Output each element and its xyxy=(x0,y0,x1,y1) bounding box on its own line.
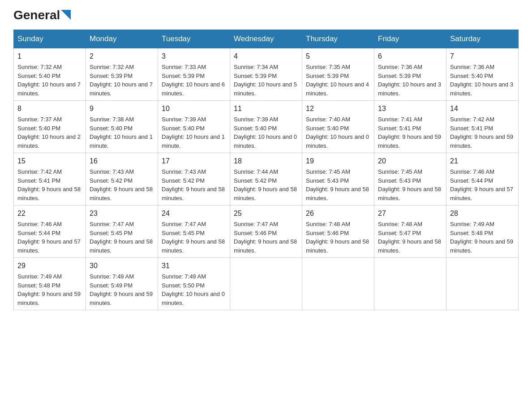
day-number: 21 xyxy=(450,156,515,167)
sunrise-info: Sunrise: 7:36 AMSunset: 5:40 PMDaylight:… xyxy=(450,64,513,97)
calendar-cell: 25 Sunrise: 7:47 AMSunset: 5:46 PMDaylig… xyxy=(230,206,302,258)
calendar-cell: 24 Sunrise: 7:47 AMSunset: 5:45 PMDaylig… xyxy=(158,206,230,258)
sunrise-info: Sunrise: 7:44 AMSunset: 5:42 PMDaylight:… xyxy=(234,168,297,201)
sunrise-info: Sunrise: 7:47 AMSunset: 5:45 PMDaylight:… xyxy=(162,221,225,254)
day-number: 24 xyxy=(162,208,226,219)
sunrise-info: Sunrise: 7:47 AMSunset: 5:45 PMDaylight:… xyxy=(90,221,153,254)
calendar-cell: 8 Sunrise: 7:37 AMSunset: 5:40 PMDayligh… xyxy=(14,101,86,153)
col-header-saturday: Saturday xyxy=(446,30,519,48)
day-number: 8 xyxy=(17,103,82,114)
sunrise-info: Sunrise: 7:38 AMSunset: 5:40 PMDaylight:… xyxy=(90,116,153,149)
day-number: 28 xyxy=(450,208,515,219)
sunrise-info: Sunrise: 7:49 AMSunset: 5:48 PMDaylight:… xyxy=(450,221,513,254)
col-header-tuesday: Tuesday xyxy=(158,30,230,48)
day-number: 19 xyxy=(306,156,370,167)
calendar-cell: 14 Sunrise: 7:42 AMSunset: 5:41 PMDaylig… xyxy=(446,101,519,153)
svg-marker-0 xyxy=(61,10,71,20)
calendar-week-row: 1 Sunrise: 7:32 AMSunset: 5:40 PMDayligh… xyxy=(14,48,519,101)
calendar-cell: 26 Sunrise: 7:48 AMSunset: 5:46 PMDaylig… xyxy=(302,206,374,258)
day-number: 27 xyxy=(378,208,442,219)
day-number: 26 xyxy=(306,208,370,219)
day-number: 13 xyxy=(378,103,442,114)
calendar-cell xyxy=(446,258,519,310)
calendar-cell: 20 Sunrise: 7:45 AMSunset: 5:43 PMDaylig… xyxy=(374,153,446,206)
sunrise-info: Sunrise: 7:49 AMSunset: 5:50 PMDaylight:… xyxy=(162,273,225,306)
calendar-cell: 23 Sunrise: 7:47 AMSunset: 5:45 PMDaylig… xyxy=(86,206,158,258)
col-header-sunday: Sunday xyxy=(14,30,86,48)
sunrise-info: Sunrise: 7:43 AMSunset: 5:42 PMDaylight:… xyxy=(162,168,225,201)
day-number: 6 xyxy=(378,51,442,62)
sunrise-info: Sunrise: 7:40 AMSunset: 5:40 PMDaylight:… xyxy=(306,116,369,149)
sunrise-info: Sunrise: 7:43 AMSunset: 5:42 PMDaylight:… xyxy=(90,168,153,201)
calendar-cell: 4 Sunrise: 7:34 AMSunset: 5:39 PMDayligh… xyxy=(230,48,302,101)
day-number: 17 xyxy=(162,156,226,167)
sunrise-info: Sunrise: 7:32 AMSunset: 5:39 PMDaylight:… xyxy=(90,64,153,97)
sunrise-info: Sunrise: 7:49 AMSunset: 5:49 PMDaylight:… xyxy=(90,273,153,306)
day-number: 22 xyxy=(17,208,82,219)
calendar-cell xyxy=(302,258,374,310)
day-number: 25 xyxy=(234,208,298,219)
calendar-cell: 5 Sunrise: 7:35 AMSunset: 5:39 PMDayligh… xyxy=(302,48,374,101)
logo: General xyxy=(13,9,71,21)
sunrise-info: Sunrise: 7:49 AMSunset: 5:48 PMDaylight:… xyxy=(17,273,81,306)
col-header-monday: Monday xyxy=(86,30,158,48)
calendar-cell: 2 Sunrise: 7:32 AMSunset: 5:39 PMDayligh… xyxy=(86,48,158,101)
calendar-week-row: 22 Sunrise: 7:46 AMSunset: 5:44 PMDaylig… xyxy=(14,206,519,258)
calendar-cell: 16 Sunrise: 7:43 AMSunset: 5:42 PMDaylig… xyxy=(86,153,158,206)
day-number: 30 xyxy=(90,261,154,271)
calendar-table: SundayMondayTuesdayWednesdayThursdayFrid… xyxy=(13,30,519,310)
day-number: 7 xyxy=(450,51,515,62)
sunrise-info: Sunrise: 7:41 AMSunset: 5:41 PMDaylight:… xyxy=(378,116,441,149)
calendar-cell: 21 Sunrise: 7:46 AMSunset: 5:44 PMDaylig… xyxy=(446,153,519,206)
sunrise-info: Sunrise: 7:42 AMSunset: 5:41 PMDaylight:… xyxy=(450,116,513,149)
day-number: 16 xyxy=(90,156,154,167)
sunrise-info: Sunrise: 7:34 AMSunset: 5:39 PMDaylight:… xyxy=(234,64,297,97)
calendar-cell: 6 Sunrise: 7:36 AMSunset: 5:39 PMDayligh… xyxy=(374,48,446,101)
calendar-cell: 3 Sunrise: 7:33 AMSunset: 5:39 PMDayligh… xyxy=(158,48,230,101)
day-number: 5 xyxy=(306,51,370,62)
sunrise-info: Sunrise: 7:36 AMSunset: 5:39 PMDaylight:… xyxy=(378,64,441,97)
day-number: 23 xyxy=(90,208,154,219)
day-number: 3 xyxy=(162,51,226,62)
calendar-cell: 28 Sunrise: 7:49 AMSunset: 5:48 PMDaylig… xyxy=(446,206,519,258)
calendar-cell: 18 Sunrise: 7:44 AMSunset: 5:42 PMDaylig… xyxy=(230,153,302,206)
calendar-cell: 17 Sunrise: 7:43 AMSunset: 5:42 PMDaylig… xyxy=(158,153,230,206)
calendar-cell: 13 Sunrise: 7:41 AMSunset: 5:41 PMDaylig… xyxy=(374,101,446,153)
calendar-week-row: 8 Sunrise: 7:37 AMSunset: 5:40 PMDayligh… xyxy=(14,101,519,153)
day-number: 12 xyxy=(306,103,370,114)
calendar-cell xyxy=(230,258,302,310)
calendar-cell: 11 Sunrise: 7:39 AMSunset: 5:40 PMDaylig… xyxy=(230,101,302,153)
calendar-cell: 12 Sunrise: 7:40 AMSunset: 5:40 PMDaylig… xyxy=(302,101,374,153)
page-header: General xyxy=(13,9,519,21)
sunrise-info: Sunrise: 7:48 AMSunset: 5:46 PMDaylight:… xyxy=(306,221,369,254)
sunrise-info: Sunrise: 7:46 AMSunset: 5:44 PMDaylight:… xyxy=(450,168,513,201)
sunrise-info: Sunrise: 7:42 AMSunset: 5:41 PMDaylight:… xyxy=(17,168,81,201)
calendar-cell: 7 Sunrise: 7:36 AMSunset: 5:40 PMDayligh… xyxy=(446,48,519,101)
day-number: 2 xyxy=(90,51,154,62)
day-number: 18 xyxy=(234,156,298,167)
day-number: 1 xyxy=(17,51,82,62)
calendar-cell: 19 Sunrise: 7:45 AMSunset: 5:43 PMDaylig… xyxy=(302,153,374,206)
calendar-cell: 15 Sunrise: 7:42 AMSunset: 5:41 PMDaylig… xyxy=(14,153,86,206)
calendar-cell: 31 Sunrise: 7:49 AMSunset: 5:50 PMDaylig… xyxy=(158,258,230,310)
day-number: 4 xyxy=(234,51,298,62)
calendar-cell: 1 Sunrise: 7:32 AMSunset: 5:40 PMDayligh… xyxy=(14,48,86,101)
day-number: 29 xyxy=(17,261,82,271)
calendar-cell: 27 Sunrise: 7:48 AMSunset: 5:47 PMDaylig… xyxy=(374,206,446,258)
day-number: 31 xyxy=(162,261,226,271)
sunrise-info: Sunrise: 7:33 AMSunset: 5:39 PMDaylight:… xyxy=(162,64,225,97)
col-header-wednesday: Wednesday xyxy=(230,30,302,48)
calendar-cell: 22 Sunrise: 7:46 AMSunset: 5:44 PMDaylig… xyxy=(14,206,86,258)
calendar-week-row: 15 Sunrise: 7:42 AMSunset: 5:41 PMDaylig… xyxy=(14,153,519,206)
day-number: 14 xyxy=(450,103,515,114)
sunrise-info: Sunrise: 7:37 AMSunset: 5:40 PMDaylight:… xyxy=(17,116,81,149)
day-number: 15 xyxy=(17,156,82,167)
sunrise-info: Sunrise: 7:32 AMSunset: 5:40 PMDaylight:… xyxy=(17,64,81,97)
col-header-friday: Friday xyxy=(374,30,446,48)
day-number: 10 xyxy=(162,103,226,114)
sunrise-info: Sunrise: 7:45 AMSunset: 5:43 PMDaylight:… xyxy=(378,168,441,201)
calendar-cell: 10 Sunrise: 7:39 AMSunset: 5:40 PMDaylig… xyxy=(158,101,230,153)
sunrise-info: Sunrise: 7:48 AMSunset: 5:47 PMDaylight:… xyxy=(378,221,441,254)
sunrise-info: Sunrise: 7:47 AMSunset: 5:46 PMDaylight:… xyxy=(234,221,297,254)
logo-general: General xyxy=(13,9,60,21)
